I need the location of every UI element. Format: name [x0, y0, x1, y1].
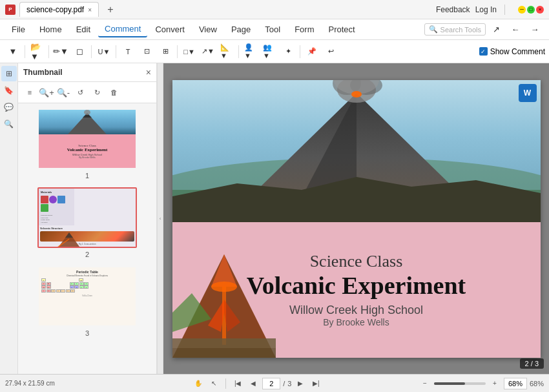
toolbar-group-1: ▼ 📂▼ ✏▼ ◻	[4, 43, 94, 61]
next-page-btn[interactable]: ▶	[294, 377, 307, 390]
thumb-label-3: 3	[85, 329, 89, 337]
toolbar-sep-5	[177, 45, 178, 58]
attach-tool[interactable]: 👥▼	[260, 43, 278, 61]
zoom-slider[interactable]	[434, 382, 486, 385]
sidebar-search-icon[interactable]: 🔍	[1, 116, 17, 132]
arrow-tool[interactable]: ↗▼	[199, 43, 217, 61]
zoom-slider-fill	[434, 382, 465, 385]
toolbar-sep-3	[91, 45, 92, 58]
svg-point-17	[351, 91, 362, 98]
sidebar-comment-icon[interactable]: 💬	[1, 99, 17, 115]
feedback-link[interactable]: Feedback	[436, 5, 470, 14]
menu-page[interactable]: Page	[225, 22, 257, 37]
underline-tool[interactable]: U▼	[95, 43, 113, 61]
select-mode-btn[interactable]: ↖	[207, 377, 220, 390]
thumbnail-page-2[interactable]: Materials Chemical BondsLava FlowCrater …	[23, 187, 151, 258]
title-bar-left: P science-copy.pdf × +	[5, 2, 436, 17]
window-separator	[504, 5, 505, 15]
pdf-tab[interactable]: science-copy.pdf ×	[19, 2, 99, 17]
pdf-author: By Brooke Wells	[247, 317, 466, 327]
thumb-zoom-in-btn[interactable]: 🔍+	[39, 85, 54, 100]
thumb-img-2: Materials Chemical BondsLava FlowCrater …	[37, 187, 137, 248]
back-button[interactable]: ←	[506, 21, 524, 39]
eraser-tool[interactable]: ◻	[70, 43, 88, 61]
reply-tool[interactable]: ↩	[322, 43, 340, 61]
maximize-button[interactable]: □	[527, 6, 535, 14]
nav-sep	[225, 378, 226, 389]
zoom-in-btn[interactable]: +	[488, 377, 501, 390]
forward-button[interactable]: →	[526, 21, 544, 39]
thumbnail-page-3[interactable]: Periodic Table Chemical Elements Found i…	[23, 266, 151, 337]
stamp-tool[interactable]: 👤▼	[242, 43, 260, 61]
shape-tool[interactable]: □▼	[180, 43, 198, 61]
pdf-title-large: Volcanic Experiment	[247, 271, 466, 300]
thumb-zoom-out-btn[interactable]: 🔍-	[56, 85, 71, 100]
minimize-button[interactable]: ─	[518, 6, 526, 14]
thumbnail-list: Science Class Volcanic Experiment Willow…	[18, 103, 156, 374]
first-page-btn[interactable]: |◀	[231, 377, 244, 390]
thumb-label-1: 1	[85, 172, 89, 180]
svg-rect-23	[172, 338, 276, 348]
login-link[interactable]: Log In	[475, 5, 497, 14]
menu-bar: File Home Edit Comment Convert View Page…	[0, 19, 549, 40]
pdf-viewer: W	[163, 63, 549, 374]
toolbar-sep-1	[25, 45, 25, 58]
toolbar-sep-7	[300, 45, 300, 58]
page-number-input[interactable]	[262, 378, 280, 389]
pdf-text-block: Science Class Volcanic Experiment Willow…	[247, 252, 466, 327]
page-total: 3	[287, 380, 291, 387]
page-dimensions: 27.94 x 21.59 cm	[5, 380, 55, 387]
menu-protect[interactable]: Protect	[322, 22, 361, 37]
menu-form[interactable]: Form	[288, 22, 320, 37]
menu-edit[interactable]: Edit	[70, 22, 97, 37]
pdf-bottom-section: Science Class Volcanic Experiment Willow…	[172, 222, 541, 358]
title-bar: P science-copy.pdf × + Feedback Log In ─…	[0, 0, 549, 19]
svg-point-2	[84, 110, 90, 115]
prev-page-btn[interactable]: ◀	[247, 377, 260, 390]
show-comment-label: Show Comment	[490, 47, 545, 56]
callout-tool[interactable]: ⊞	[156, 43, 174, 61]
external-link-button[interactable]: ↗	[487, 21, 505, 39]
sidebar-thumbnail-icon[interactable]: ⊞	[1, 66, 17, 81]
hand-tool-btn[interactable]: ✋	[192, 377, 205, 390]
word-icon: W	[519, 84, 537, 102]
thumbnail-close-button[interactable]: ×	[146, 67, 151, 77]
menu-convert[interactable]: Convert	[149, 22, 191, 37]
thumb-rotate-right-btn[interactable]: ↻	[89, 85, 105, 100]
thumb-delete-btn[interactable]: 🗑	[106, 85, 121, 100]
last-page-btn[interactable]: ▶|	[309, 377, 322, 390]
close-button[interactable]: ×	[536, 6, 544, 14]
sidebar-bookmark-icon[interactable]: 🔖	[1, 83, 17, 98]
title-bar-right: Feedback Log In ─ □ ×	[436, 5, 544, 15]
zoom-out-btn[interactable]: −	[419, 377, 431, 390]
highlight-tool[interactable]: ✦	[279, 43, 297, 61]
open-tool[interactable]: 📂▼	[28, 43, 46, 61]
menu-home[interactable]: Home	[33, 22, 68, 37]
page-indicator: 2 / 3	[520, 358, 544, 369]
tab-add-button[interactable]: +	[103, 2, 118, 17]
measure-tool[interactable]: 📐▼	[218, 43, 236, 61]
text-box-tool[interactable]: ⊡	[138, 43, 156, 61]
pin-tool[interactable]: 📌	[303, 43, 321, 61]
menu-view[interactable]: View	[192, 22, 223, 37]
thumb-menu-btn[interactable]: ≡	[22, 85, 37, 100]
menu-file[interactable]: File	[5, 22, 32, 37]
text-tool[interactable]: T	[119, 43, 137, 61]
svg-marker-4	[65, 232, 73, 238]
bottom-toolbar: 27.94 x 21.59 cm ✋ ↖ |◀ ◀ / 3 ▶ ▶| − + 6…	[0, 374, 549, 392]
menu-tool[interactable]: Tool	[258, 22, 287, 37]
thumbnail-header: Thumbnail ×	[18, 63, 156, 82]
panel-collapse-handle[interactable]: ‹	[157, 63, 163, 374]
thumbnail-page-1[interactable]: Science Class Volcanic Experiment Willow…	[23, 108, 151, 180]
tab-close-button[interactable]: ×	[88, 6, 92, 14]
toolbar-sep-6	[238, 45, 239, 58]
menu-comment[interactable]: Comment	[98, 21, 147, 37]
sidebar-icons: ⊞ 🔖 💬 🔍	[0, 63, 18, 374]
tab-title: science-copy.pdf	[26, 5, 84, 14]
thumb-rotate-left-btn[interactable]: ↺	[72, 85, 88, 100]
select-tool[interactable]: ▼	[4, 43, 22, 61]
pen-tool[interactable]: ✏▼	[52, 43, 70, 61]
search-tools-box[interactable]: 🔍 Search Tools	[424, 23, 486, 36]
show-comment-checkbox[interactable]: ✓	[479, 47, 488, 56]
zoom-input[interactable]	[504, 378, 527, 389]
